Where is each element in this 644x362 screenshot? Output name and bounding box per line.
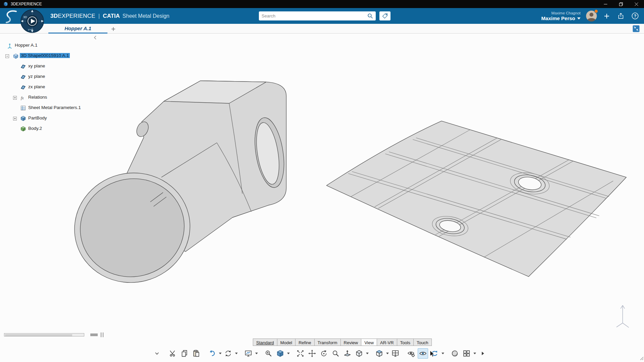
add-content-button[interactable] [602, 12, 611, 20]
tree-item-label[interactable]: Relations [28, 95, 47, 100]
ribbon-tab-touch[interactable]: Touch [413, 339, 432, 346]
tool-shaded-view-dropdown-arrow[interactable] [287, 348, 290, 359]
undo-icon [208, 349, 216, 358]
tree-item-relations[interactable]: fxRelations [0, 93, 107, 103]
ribbon-tab-standard[interactable]: Standard [253, 339, 277, 346]
tool-undo-dropdown-arrow[interactable] [219, 348, 222, 359]
tool-swap-visible-space[interactable] [429, 348, 440, 359]
ribbon-tab-review[interactable]: Review [340, 339, 362, 346]
tree-collapse-chevron[interactable] [93, 35, 98, 40]
tree-item-label[interactable]: Body.2 [28, 126, 42, 131]
search-input[interactable] [262, 13, 367, 18]
ribbon-tab-transform[interactable]: Transform [314, 339, 341, 346]
document-tab-hopper[interactable]: Hopper A.1 [48, 24, 107, 34]
collapse-viewport-button[interactable] [633, 25, 640, 32]
help-button[interactable]: ? [631, 12, 639, 20]
tree-expander-minus-icon[interactable] [5, 54, 9, 58]
tool-swap-visible-space-dropdown-arrow[interactable] [441, 348, 444, 359]
tree-item-xy-plane[interactable]: xy plane [0, 61, 107, 72]
new-tab-button[interactable] [109, 25, 117, 33]
tree-item-label[interactable]: 3D Shape00015910 A.1 [20, 53, 70, 58]
avatar[interactable] [586, 10, 597, 21]
tool-zoom[interactable] [330, 348, 341, 359]
tool-toolbar-collapse[interactable] [152, 348, 162, 359]
3d-viewport[interactable]: Hopper A.13D Shape00015910 A.1xy planeyz… [0, 34, 644, 362]
tree-item-body-2[interactable]: Body.2 [0, 124, 107, 134]
tool-visibility-options[interactable] [406, 348, 416, 359]
tree-item-3d-shape00015910-a-1[interactable]: 3D Shape00015910 A.1 [0, 51, 107, 61]
scrollbar-thumb[interactable] [5, 334, 72, 336]
tool-zoom-area[interactable] [263, 348, 274, 359]
tool-iso-view[interactable] [354, 348, 364, 359]
tool-ambience[interactable] [450, 348, 460, 359]
tool-update-dropdown-arrow[interactable] [235, 348, 238, 359]
resize-grip[interactable] [639, 356, 644, 362]
tool-pan[interactable] [307, 348, 317, 359]
tree-scrollbar[interactable] [4, 333, 95, 337]
tool-view-modes[interactable] [243, 348, 254, 359]
tool-more-tools[interactable] [477, 348, 488, 359]
tree-expander-plus-icon[interactable] [13, 117, 17, 120]
specification-tree: Hopper A.13D Shape00015910 A.1xy planeyz… [0, 41, 107, 134]
tool-update[interactable] [223, 348, 233, 359]
tool-split-view[interactable] [461, 348, 472, 359]
tree-item-partbody[interactable]: PartBody [0, 113, 107, 124]
flattened-sheet-model[interactable] [326, 121, 626, 277]
scrollbar-segment[interactable] [90, 333, 98, 336]
tree-item-yz-plane[interactable]: yz plane [0, 72, 107, 82]
tag-button[interactable] [379, 11, 390, 20]
tool-rotate[interactable] [319, 348, 329, 359]
cut-icon [169, 349, 177, 358]
tree-item-label[interactable]: xy plane [28, 63, 45, 68]
tool-copy[interactable] [179, 348, 190, 359]
tree-item-label[interactable]: Sheet Metal Parameters.1 [28, 105, 81, 110]
tool-view-modes-dropdown-arrow[interactable] [255, 348, 258, 359]
tool-split-view-dropdown-arrow[interactable] [473, 348, 476, 359]
ribbon-tab-ar-vr[interactable]: AR-VR [377, 339, 397, 346]
ribbon-tab-tools[interactable]: Tools [397, 339, 414, 346]
restore-button[interactable] [613, 0, 629, 8]
tree-expander-plus-icon[interactable] [13, 96, 17, 100]
tool-fit-all[interactable] [295, 348, 306, 359]
tool-undo[interactable] [207, 348, 217, 359]
tool-paste[interactable] [191, 348, 201, 359]
tool-render-style[interactable] [374, 348, 384, 359]
tool-shaded-view[interactable] [275, 348, 285, 359]
tree-item-label[interactable]: Hopper A.1 [15, 43, 38, 48]
tool-multi-view[interactable] [390, 348, 401, 359]
tool-cut[interactable] [168, 348, 178, 359]
dassault-3ds-logo [3, 9, 19, 25]
dropdown-caret-icon [386, 353, 389, 354]
plane-icon [20, 84, 26, 90]
body-icon [20, 126, 26, 132]
share-button[interactable] [616, 12, 625, 20]
root-axes-icon [7, 43, 13, 49]
close-button[interactable] [629, 0, 644, 8]
compass-vr-label: V+R [28, 28, 33, 31]
search-icon[interactable] [367, 13, 373, 19]
scrollbar-track[interactable] [4, 333, 84, 337]
tool-iso-view-dropdown-arrow[interactable] [366, 348, 369, 359]
splitter-grip[interactable] [101, 332, 103, 337]
dropdown-caret-icon [219, 353, 222, 354]
user-menu[interactable]: Maxime Chagnot Maxime Perso [541, 11, 581, 21]
view-modes-icon [244, 349, 252, 358]
minimize-button[interactable] [598, 0, 613, 8]
tree-item-label[interactable]: PartBody [28, 115, 47, 120]
ribbon-tab-refine[interactable]: Refine [295, 339, 315, 346]
tree-item-zx-plane[interactable]: zx plane [0, 82, 107, 93]
tree-item-label[interactable]: zx plane [28, 84, 45, 89]
tree-item-label[interactable]: yz plane [28, 74, 45, 79]
ribbon-tab-model[interactable]: Model [277, 339, 295, 346]
tool-normal-view[interactable] [342, 348, 353, 359]
visibility-options-icon [407, 349, 415, 358]
tree-item-hopper-a-1[interactable]: Hopper A.1 [0, 41, 107, 51]
3dexperience-compass[interactable]: 3D V+R [20, 9, 44, 33]
tool-render-style-dropdown-arrow[interactable] [386, 348, 389, 359]
search-bar[interactable] [259, 11, 376, 20]
user-account-name: Maxime Chagnot [551, 11, 581, 15]
window-title: 3DEXPERIENCE [11, 2, 42, 6]
ribbon-tab-view[interactable]: View [361, 339, 377, 346]
tree-item-sheet-metal-parameters-1[interactable]: Sheet Metal Parameters.1 [0, 103, 107, 113]
tool-hide-show[interactable] [418, 348, 428, 359]
